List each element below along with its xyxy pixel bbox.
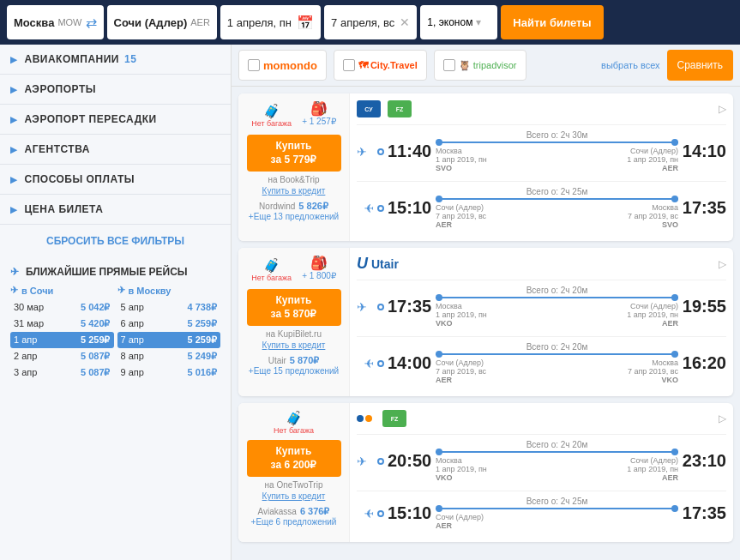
flight-card-0: 🧳 Нет багажа 🎒 + 1 257₽ Купитьза 5 779₽ …	[238, 93, 733, 241]
citytravel-checkbox[interactable]	[343, 59, 355, 71]
card-1-flight-1: ✈ 14:00 Всего о: 2ч 20м Сочи (Адлер) 7 а…	[357, 336, 726, 389]
moscow-date-4: 9 апр	[121, 367, 144, 378]
card-2-luggage: 🧳 Нет багажа	[274, 410, 314, 435]
date2-field[interactable]: 7 апреля, вс ✕	[324, 5, 417, 39]
credit-link-2[interactable]: Купить в кредит	[262, 491, 326, 501]
moscow-row-2[interactable]: 7 апр 5 259₽	[117, 332, 221, 348]
sochi-row-4[interactable]: 3 апр 5 087₽	[10, 364, 114, 381]
filter-transfer-header[interactable]: ▶ АЭРОПОРТ ПЕРЕСАДКИ	[0, 105, 231, 134]
buy-button-2[interactable]: Купитьза 6 200₽	[247, 440, 341, 477]
date2-text: 7 апреля, вс	[331, 16, 394, 29]
alt-price-0: 5 826₽	[298, 201, 328, 212]
tripadvisor-checkbox[interactable]	[443, 59, 455, 71]
sochi-row-1[interactable]: 31 мар 5 420₽	[10, 316, 114, 332]
share-icon-2[interactable]: ▷	[719, 412, 726, 425]
citytravel-logo[interactable]: 🗺 City.Travel	[334, 50, 427, 81]
to-city-1-1: Москва	[628, 358, 678, 367]
filter-airports-header[interactable]: ▶ АЭРОПОРТЫ	[0, 75, 231, 104]
reset-filters-button[interactable]: СБРОСИТЬ ВСЕ ФИЛЬТРЫ	[0, 225, 231, 257]
share-icon-0[interactable]: ▷	[719, 103, 726, 115]
plane-icon-back-0: ✈	[357, 202, 374, 215]
more-offers-1[interactable]: +Еще 15 предложений	[249, 366, 339, 376]
sochi-row-0[interactable]: 30 мар 5 042₽	[10, 299, 114, 316]
credit-link-1[interactable]: Купить в кредит	[262, 340, 326, 350]
compare-button[interactable]: Сравнить	[667, 50, 733, 81]
arrow-icon6: ▶	[10, 205, 18, 214]
select-all-link[interactable]: выбрать всех	[601, 60, 659, 70]
to-field[interactable]: Сочи (Адлер) AER	[107, 5, 217, 39]
flight-line-2-1	[436, 508, 678, 509]
momondo-checkbox[interactable]	[248, 59, 260, 71]
buy-button-0[interactable]: Купитьза 5 779₽	[247, 135, 341, 172]
col-moscow-label: в Москву	[129, 286, 171, 296]
plane-to-sochi-icon: ✈	[10, 285, 18, 296]
partner-bar: momondo 🗺 City.Travel 🦉 tripadvisor выбр…	[232, 45, 740, 87]
sochi-row-3[interactable]: 2 апр 5 087₽	[10, 348, 114, 364]
sochi-price-3: 5 087₽	[81, 351, 111, 362]
filter-payment-header[interactable]: ▶ СПОСОБЫ ОПЛАТЫ	[0, 165, 231, 194]
filter-agencies-header[interactable]: ▶ АГЕНТСТВА	[0, 135, 231, 164]
filter-airlines-header[interactable]: ▶ АВИАКОМПАНИИ 15	[0, 45, 231, 74]
moscow-row-3[interactable]: 8 апр 5 249₽	[117, 348, 221, 364]
plane-icon-back-1: ✈	[357, 357, 374, 370]
moscow-price-0: 4 738₽	[187, 302, 217, 313]
alt-price-row-0: Nordwind 5 826₽	[259, 201, 328, 212]
filter-airports: ▶ АЭРОПОРТЫ	[0, 75, 231, 105]
stop-dot-0-1	[377, 205, 384, 212]
buy-button-1[interactable]: Купитьза 5 870₽	[247, 289, 341, 326]
more-offers-2[interactable]: +Еще 6 предложений	[251, 517, 337, 527]
plane-icon: ✈	[10, 266, 19, 278]
flight-cards-list: 🧳 Нет багажа 🎒 + 1 257₽ Купитьза 5 779₽ …	[232, 87, 740, 549]
more-offers-0[interactable]: +Еще 13 предложений	[249, 212, 339, 221]
moscow-row-1[interactable]: 6 апр 5 259₽	[117, 316, 221, 332]
nearest-title-text: БЛИЖАЙШИЕ ПРЯМЫЕ РЕЙСЫ	[26, 266, 188, 278]
buy-via-0: на Book&Trip	[268, 175, 319, 184]
nearest-cols: ✈ в Сочи 30 мар 5 042₽ 31 мар 5 420₽ 1 а…	[10, 285, 220, 381]
dots-airline-logo	[357, 415, 372, 422]
to-code-2-0: AER	[627, 473, 678, 482]
filter-agencies-label: АГЕНТСТВА	[25, 143, 90, 155]
top-bar: Москва MOW ⇄ Сочи (Адлер) AER 1 апреля, …	[0, 0, 740, 45]
plane-icon-back-2: ✈	[357, 507, 374, 521]
luggage-extra: 🎒 + 1 257₽	[302, 100, 336, 129]
moscow-row-0[interactable]: 5 апр 4 738₽	[117, 299, 221, 316]
duration-2-0: Всего о: 2ч 20м	[526, 440, 588, 449]
credit-link-0[interactable]: Купить в кредит	[262, 186, 326, 196]
no-luggage-text-2: Нет багажа	[274, 426, 314, 435]
to-date-1-0: 1 апр 2019, пн	[627, 310, 678, 319]
no-luggage-icon: 🧳	[263, 103, 280, 119]
from-city-1-1: Сочи (Адлер)	[436, 358, 486, 367]
nearest-flights-section: ✈ БЛИЖАЙШИЕ ПРЯМЫЕ РЕЙСЫ ✈ в Сочи 30 мар…	[0, 257, 231, 389]
swap-icon[interactable]: ⇄	[86, 15, 97, 31]
from-city-2-0: Москва	[436, 456, 487, 465]
price-diff-0: + 1 257₽	[302, 117, 336, 126]
from-field[interactable]: Москва MOW ⇄	[7, 5, 104, 39]
tripadvisor-logo[interactable]: 🦉 tripadvisor	[434, 50, 526, 81]
filter-airlines-label: АВИАКОМПАНИИ	[25, 53, 119, 65]
search-button[interactable]: Найти билеты	[501, 5, 603, 39]
momondo-logo[interactable]: momondo	[238, 50, 327, 81]
from-to-0-1: Сочи (Адлер) 7 апр 2019, вс AER Москва 7…	[436, 203, 678, 229]
card-2-flight-1: ✈ 15:10 Всего о: 2ч 25м Сочи (Адлер) AER	[357, 491, 726, 535]
aeroflot-logo: СУ	[357, 100, 381, 117]
utair-logo: U Utair	[357, 255, 399, 273]
card-0-flight-1: ✈ 15:10 Всего о: 2ч 25м Сочи (Адлер) 7 а…	[357, 181, 726, 234]
line-area-1-1: Всего о: 2ч 20м Сочи (Адлер) 7 апр 2019,…	[436, 342, 678, 384]
alt-price-2: 6 376₽	[300, 506, 330, 517]
no-luggage-icon-2: 🧳	[286, 410, 303, 426]
moscow-date-0: 5 апр	[121, 302, 144, 313]
col-sochi-header: ✈ в Сочи	[10, 285, 114, 296]
filter-price-header[interactable]: ▶ ЦЕНА БИЛЕТА	[0, 195, 231, 224]
sochi-row-2[interactable]: 1 апр 5 259₽	[10, 332, 114, 348]
utair-u-icon: U	[357, 255, 368, 273]
share-icon-1[interactable]: ▷	[719, 258, 726, 270]
to-date-0-0: 1 апр 2019, пн	[627, 155, 678, 164]
date1-field[interactable]: 1 апреля, пн 📅	[220, 5, 321, 39]
flight-line-0-1	[436, 198, 678, 200]
dot-orange-icon	[365, 415, 372, 422]
class-field[interactable]: 1, эконом ▾	[420, 5, 497, 39]
moscow-row-4[interactable]: 9 апр 5 016₽	[117, 364, 221, 381]
time-end-0-0: 14:10	[682, 142, 726, 161]
date2-close-icon[interactable]: ✕	[400, 15, 410, 29]
buy-via-1: на KupiBilet.ru	[266, 329, 322, 339]
